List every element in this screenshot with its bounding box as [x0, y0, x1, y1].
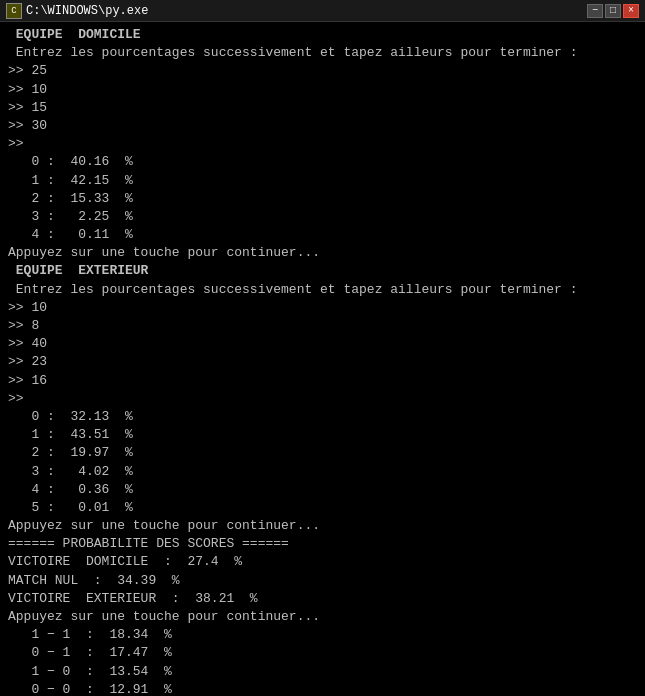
terminal-line: >> 10: [8, 81, 637, 99]
terminal-line: >>: [8, 135, 637, 153]
terminal-line: >> 40: [8, 335, 637, 353]
terminal-line: 4 : 0.11 %: [8, 226, 637, 244]
app-icon: C: [6, 3, 22, 19]
terminal-line: 0 − 0 : 12.91 %: [8, 681, 637, 696]
terminal-line: Appuyez sur une touche pour continuer...: [8, 608, 637, 626]
terminal-line: VICTOIRE EXTERIEUR : 38.21 %: [8, 590, 637, 608]
terminal-line: >> 8: [8, 317, 637, 335]
terminal-line: Appuyez sur une touche pour continuer...: [8, 244, 637, 262]
terminal-line: 1 − 0 : 13.54 %: [8, 663, 637, 681]
terminal-line: 4 : 0.36 %: [8, 481, 637, 499]
terminal-line: VICTOIRE DOMICILE : 27.4 %: [8, 553, 637, 571]
window: C C:\WINDOWS\py.exe − □ × EQUIPE DOMICIL…: [0, 0, 645, 696]
terminal-line: 2 : 15.33 %: [8, 190, 637, 208]
terminal-line: EQUIPE EXTERIEUR: [8, 262, 637, 280]
terminal-line: >> 30: [8, 117, 637, 135]
terminal-line: 2 : 19.97 %: [8, 444, 637, 462]
terminal-line: Entrez les pourcentages successivement e…: [8, 44, 637, 62]
terminal-line: 1 : 43.51 %: [8, 426, 637, 444]
terminal-line: Appuyez sur une touche pour continuer...: [8, 517, 637, 535]
terminal-line: >> 25: [8, 62, 637, 80]
terminal-line: >> 15: [8, 99, 637, 117]
terminal-line: 1 − 1 : 18.34 %: [8, 626, 637, 644]
terminal-line: 3 : 2.25 %: [8, 208, 637, 226]
minimize-button[interactable]: −: [587, 4, 603, 18]
terminal-line: >> 23: [8, 353, 637, 371]
terminal-line: >> 16: [8, 372, 637, 390]
terminal-line: 1 : 42.15 %: [8, 172, 637, 190]
window-title: C:\WINDOWS\py.exe: [26, 4, 148, 18]
terminal-line: EQUIPE DOMICILE: [8, 26, 637, 44]
titlebar: C C:\WINDOWS\py.exe − □ ×: [0, 0, 645, 22]
maximize-button[interactable]: □: [605, 4, 621, 18]
titlebar-left: C C:\WINDOWS\py.exe: [6, 3, 148, 19]
titlebar-buttons: − □ ×: [587, 4, 639, 18]
terminal-line: 0 : 32.13 %: [8, 408, 637, 426]
terminal-line: >> 10: [8, 299, 637, 317]
terminal-line: Entrez les pourcentages successivement e…: [8, 281, 637, 299]
terminal-line: 0 : 40.16 %: [8, 153, 637, 171]
terminal-line: 3 : 4.02 %: [8, 463, 637, 481]
terminal-line: ====== PROBABILITE DES SCORES ======: [8, 535, 637, 553]
terminal-line: 0 − 1 : 17.47 %: [8, 644, 637, 662]
terminal-line: MATCH NUL : 34.39 %: [8, 572, 637, 590]
terminal-line: >>: [8, 390, 637, 408]
close-button[interactable]: ×: [623, 4, 639, 18]
terminal-content: EQUIPE DOMICILE Entrez les pourcentages …: [0, 22, 645, 696]
terminal-line: 5 : 0.01 %: [8, 499, 637, 517]
